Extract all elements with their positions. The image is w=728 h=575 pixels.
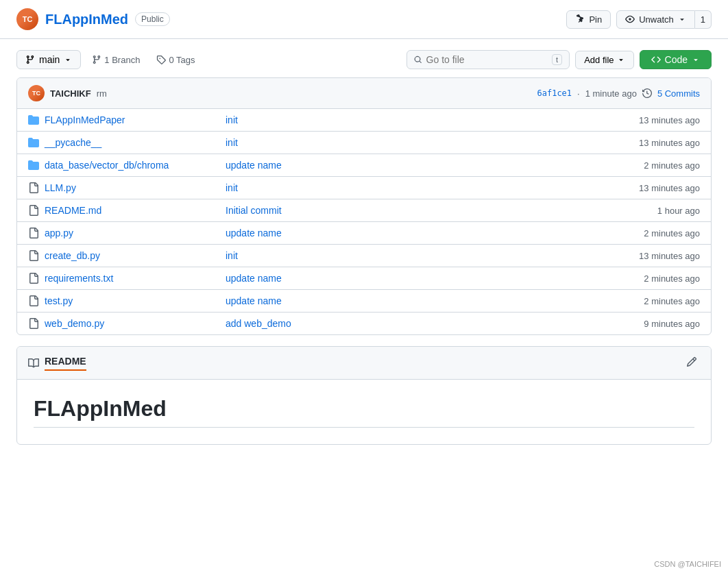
commits-count: 5 Commits: [657, 88, 700, 99]
table-row: app.py update name 2 minutes ago: [17, 222, 711, 245]
watch-group: Unwatch 1: [616, 10, 712, 29]
avatar: TC: [16, 8, 38, 30]
eye-icon: [625, 14, 635, 24]
branch-chevron-icon: [64, 56, 72, 64]
file-commit-message: init: [220, 114, 639, 125]
code-icon: [651, 55, 661, 64]
file-commit-link[interactable]: init: [226, 182, 238, 193]
table-row: data_base/vector_db/chroma update name 2…: [17, 154, 711, 177]
unwatch-button[interactable]: Unwatch: [616, 10, 695, 29]
search-bar[interactable]: t: [407, 50, 570, 69]
committer-name: TAICHIKF: [50, 88, 91, 99]
search-shortcut: t: [552, 54, 562, 65]
readme-heading: FLAppInMed: [34, 396, 694, 428]
visibility-badge: Public: [135, 12, 170, 26]
file-commit-link[interactable]: update name: [226, 160, 282, 171]
readme-header: README: [17, 347, 711, 380]
table-row: FLAppInMedPaper init 13 minutes ago: [17, 109, 711, 132]
table-row: test.py update name 2 minutes ago: [17, 290, 711, 313]
tags-count: 0 Tags: [169, 55, 195, 65]
file-commit-link[interactable]: Initial commit: [226, 205, 282, 216]
readme-content: FLAppInMed: [17, 380, 711, 444]
file-time: 2 minutes ago: [644, 160, 700, 171]
file-rows: FLAppInMedPaper init 13 minutes ago __py…: [17, 109, 711, 334]
file-time: 13 minutes ago: [639, 138, 700, 148]
commit-info-row: TC TAICHIKF rm 6af1ce1 · 1 minute ago 5 …: [17, 78, 711, 109]
file-link[interactable]: web_demo.py: [45, 318, 104, 329]
file-name: requirements.txt: [28, 273, 220, 284]
file-commit-link[interactable]: init: [226, 250, 238, 261]
table-row: requirements.txt update name 2 minutes a…: [17, 267, 711, 290]
file-icon: [28, 228, 39, 238]
file-icon: [28, 273, 39, 284]
file-table: TC TAICHIKF rm 6af1ce1 · 1 minute ago 5 …: [16, 77, 712, 335]
file-commit-message: init: [220, 182, 639, 193]
commits-link[interactable]: 5 Commits: [657, 88, 700, 99]
file-name: app.py: [28, 228, 220, 238]
code-label: Code: [665, 54, 688, 65]
file-link[interactable]: README.md: [45, 205, 101, 216]
file-time: 2 minutes ago: [644, 296, 700, 306]
file-time: 1 hour ago: [657, 206, 700, 216]
tags-link[interactable]: 0 Tags: [151, 52, 200, 68]
search-input[interactable]: [426, 54, 548, 65]
file-commit-link[interactable]: init: [226, 137, 238, 148]
add-file-chevron-icon: [617, 56, 625, 64]
file-commit-message: update name: [220, 228, 644, 238]
repo-name-link[interactable]: FLAppInMed: [45, 12, 128, 27]
add-file-button[interactable]: Add file: [575, 51, 633, 69]
file-link[interactable]: app.py: [45, 228, 73, 238]
pin-button[interactable]: Pin: [566, 10, 611, 29]
commit-info-left: TC TAICHIKF rm: [28, 85, 107, 101]
folder-icon: [28, 137, 39, 148]
file-name: create_db.py: [28, 250, 220, 261]
file-icon: [28, 295, 39, 306]
file-commit-link[interactable]: update name: [226, 273, 282, 284]
file-name: __pycache__: [28, 137, 220, 148]
file-name: README.md: [28, 205, 220, 216]
file-commit-message: Initial commit: [220, 205, 657, 216]
file-link[interactable]: data_base/vector_db/chroma: [45, 160, 169, 171]
commit-time: 1 minute ago: [585, 88, 637, 99]
table-row: web_demo.py add web_demo 9 minutes ago: [17, 313, 711, 334]
file-link[interactable]: LLM.py: [45, 182, 76, 193]
file-link[interactable]: create_db.py: [45, 250, 100, 261]
branches-link[interactable]: 1 Branch: [86, 52, 145, 68]
file-commit-link[interactable]: add web_demo: [226, 318, 291, 329]
file-commit-link[interactable]: update name: [226, 228, 282, 238]
table-row: README.md Initial commit 1 hour ago: [17, 199, 711, 222]
file-commit-link[interactable]: init: [226, 114, 238, 125]
file-link[interactable]: requirements.txt: [45, 273, 113, 284]
readme-container: README FLAppInMed: [16, 346, 712, 445]
add-file-label: Add file: [584, 55, 614, 65]
pin-icon: [575, 14, 585, 24]
folder-icon: [28, 114, 39, 125]
file-name: web_demo.py: [28, 318, 220, 329]
watch-count: 1: [695, 10, 712, 29]
file-commit-message: update name: [220, 295, 644, 306]
file-name: FLAppInMedPaper: [28, 114, 220, 125]
file-commit-link[interactable]: update name: [226, 295, 282, 306]
file-time: 9 minutes ago: [644, 319, 700, 329]
readme-title: README: [45, 356, 86, 371]
header-actions: Pin Unwatch 1: [566, 10, 712, 29]
file-link[interactable]: test.py: [45, 295, 73, 306]
file-time: 13 minutes ago: [639, 251, 700, 261]
file-name: test.py: [28, 295, 220, 306]
code-button[interactable]: Code: [640, 50, 712, 69]
table-row: LLM.py init 13 minutes ago: [17, 177, 711, 199]
file-commit-message: init: [220, 137, 639, 148]
file-icon: [28, 318, 39, 329]
folder-icon: [28, 160, 39, 171]
file-link[interactable]: FLAppInMedPaper: [45, 114, 125, 125]
branches-count: 1 Branch: [104, 55, 140, 65]
file-icon: [28, 250, 39, 261]
branch-icon: [25, 55, 35, 64]
file-link[interactable]: __pycache__: [45, 137, 101, 148]
toolbar-right: t Add file Code: [407, 50, 712, 69]
branch-selector[interactable]: main: [16, 50, 81, 69]
repo-header: TC FLAppInMed Public Pin Unwatch 1: [0, 0, 728, 39]
commit-hash[interactable]: 6af1ce1: [537, 88, 572, 98]
committer-avatar: TC: [28, 85, 45, 101]
edit-button[interactable]: [683, 354, 700, 372]
